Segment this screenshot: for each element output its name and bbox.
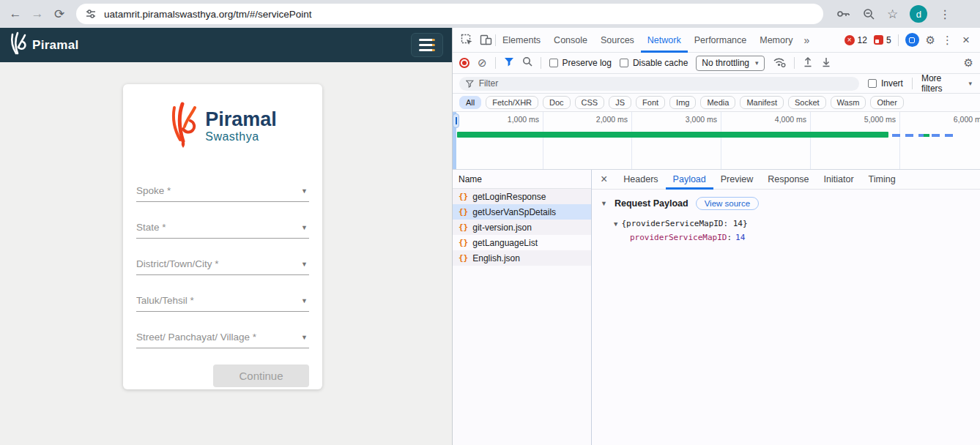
- preserve-log-checkbox[interactable]: Preserve log: [549, 58, 612, 68]
- chip-socket[interactable]: Socket: [788, 96, 826, 109]
- payload-separator: :: [727, 233, 732, 242]
- continue-button[interactable]: Continue: [213, 364, 309, 387]
- dropdown-arrow-icon: ▼: [301, 334, 308, 341]
- devtools-promo-icon[interactable]: [905, 33, 919, 47]
- tab-preview[interactable]: Preview: [713, 170, 760, 190]
- tick-1000ms: 1,000 ms: [480, 115, 539, 124]
- tab-timing[interactable]: Timing: [861, 170, 903, 190]
- tab-performance[interactable]: Performance: [688, 28, 754, 53]
- back-icon[interactable]: ←: [4, 7, 26, 21]
- tab-memory[interactable]: Memory: [753, 28, 799, 53]
- tick-6000ms: 6,000 ms: [927, 115, 980, 124]
- gridline: [899, 112, 900, 169]
- dropdown-arrow-icon: ▼: [301, 224, 308, 231]
- name-column-header[interactable]: Name: [453, 170, 591, 189]
- chip-other[interactable]: Other: [870, 96, 904, 109]
- disable-cache-checkbox[interactable]: Disable cache: [620, 58, 688, 68]
- view-source-button[interactable]: View source: [696, 197, 759, 210]
- spoke-label: Spoke *: [136, 185, 171, 196]
- chip-manifest[interactable]: Manifest: [740, 96, 784, 109]
- tab-elements[interactable]: Elements: [496, 28, 547, 53]
- settings-gear-icon[interactable]: ⚙: [926, 34, 935, 47]
- taluk-select[interactable]: Taluk/Tehsil * ▼: [136, 275, 309, 312]
- url-text: uatamrit.piramalswasthya.org/tm/#/servic…: [104, 9, 312, 20]
- profile-avatar[interactable]: d: [910, 5, 927, 23]
- payload-panel: ▼ Request Payload View source ▼ {provide…: [592, 190, 980, 244]
- network-conditions-icon[interactable]: [773, 56, 786, 70]
- screen: ← → ⟳ uatamrit.piramalswasthya.org/tm/#/…: [0, 0, 980, 445]
- chip-font[interactable]: Font: [636, 96, 665, 109]
- error-count-badge[interactable]: × 12: [844, 35, 867, 45]
- tab-network[interactable]: Network: [641, 28, 688, 53]
- forward-icon[interactable]: →: [26, 7, 48, 21]
- network-overview-timeline[interactable]: 1,000 ms 2,000 ms 3,000 ms 4,000 ms 5,00…: [453, 112, 980, 170]
- invert-checkbox[interactable]: Invert: [868, 78, 903, 89]
- request-row-english-json[interactable]: {} English.json: [453, 250, 591, 266]
- browser-menu-icon[interactable]: ⋮: [939, 7, 951, 21]
- search-network-icon[interactable]: [522, 56, 532, 70]
- chip-media[interactable]: Media: [700, 96, 735, 109]
- tab-initiator[interactable]: Initiator: [817, 170, 861, 190]
- district-select[interactable]: District/Town/City * ▼: [136, 239, 309, 275]
- reload-icon[interactable]: ⟳: [48, 7, 70, 22]
- filter-funnel-icon[interactable]: [504, 56, 514, 70]
- request-row-getlanguagelist[interactable]: {} getLanguageList: [453, 235, 591, 250]
- tab-headers[interactable]: Headers: [616, 170, 665, 190]
- chip-fetch-xhr[interactable]: Fetch/XHR: [486, 96, 538, 109]
- issues-count-badge[interactable]: 5: [874, 35, 891, 45]
- chip-img[interactable]: Img: [669, 96, 696, 109]
- menu-button[interactable]: [411, 33, 443, 57]
- import-har-icon[interactable]: [803, 56, 813, 70]
- tab-payload[interactable]: Payload: [666, 170, 713, 190]
- inspect-element-icon[interactable]: [457, 31, 476, 49]
- device-toolbar-icon[interactable]: [476, 31, 495, 49]
- request-row-getuservanspdetails[interactable]: {} getUserVanSpDetails: [453, 204, 591, 220]
- devtools-actions: × 12 5 ⚙ ⋮ ×: [844, 33, 976, 48]
- filter-input-pill[interactable]: [459, 77, 859, 91]
- spoke-select[interactable]: Spoke * ▼: [136, 165, 309, 202]
- close-detail-icon[interactable]: ×: [592, 173, 616, 186]
- divider: [541, 57, 541, 69]
- gridline: [543, 112, 543, 169]
- chip-doc[interactable]: Doc: [543, 96, 571, 109]
- clear-network-icon[interactable]: ⊘: [478, 56, 487, 70]
- collapse-triangle-icon[interactable]: ▼: [601, 200, 607, 207]
- bookmark-star-icon[interactable]: ☆: [887, 7, 898, 22]
- zoom-out-icon[interactable]: [863, 8, 875, 20]
- swasthya-flame-icon: [168, 102, 199, 152]
- tab-console[interactable]: Console: [547, 28, 594, 53]
- chip-js[interactable]: JS: [609, 96, 631, 109]
- throttling-select[interactable]: No throttling ▾: [696, 56, 764, 71]
- devtools-close-icon[interactable]: ×: [959, 33, 973, 48]
- browser-toolbar: ← → ⟳ uatamrit.piramalswasthya.org/tm/#/…: [0, 0, 980, 28]
- collapse-triangle-icon[interactable]: ▼: [614, 220, 617, 228]
- chip-css[interactable]: CSS: [575, 96, 605, 109]
- payload-tree: ▼ {providerServiceMapID: 14} providerSer…: [601, 217, 980, 244]
- chip-all[interactable]: All: [459, 96, 481, 109]
- more-tabs-icon[interactable]: »: [799, 34, 814, 46]
- network-filter-bar: Invert More filters ▾: [453, 74, 980, 94]
- logo-title: Piramal: [205, 110, 277, 130]
- street-select[interactable]: Street/ Panchayat/ Village * ▼: [136, 312, 309, 348]
- more-filters-button[interactable]: More filters ▾: [921, 73, 972, 94]
- chip-wasm[interactable]: Wasm: [831, 96, 866, 109]
- payload-key: providerServiceMapID: [630, 233, 727, 242]
- filter-input[interactable]: [479, 78, 853, 89]
- url-bar[interactable]: uatamrit.piramalswasthya.org/tm/#/servic…: [76, 4, 823, 24]
- tab-response[interactable]: Response: [760, 170, 816, 190]
- tick-3000ms: 3,000 ms: [658, 115, 717, 124]
- password-key-icon[interactable]: [836, 8, 851, 20]
- network-settings-gear-icon[interactable]: ⚙: [964, 56, 973, 70]
- request-row-getloginresponse[interactable]: {} getLoginResponse: [453, 189, 591, 204]
- state-select[interactable]: State * ▼: [136, 202, 309, 239]
- request-row-git-version[interactable]: {} git-version.json: [453, 220, 591, 235]
- export-har-icon[interactable]: [821, 56, 831, 70]
- devtools-overflow-icon[interactable]: ⋮: [942, 34, 953, 47]
- payload-summary-line[interactable]: ▼ {providerServiceMapID: 14}: [601, 217, 980, 231]
- divider: [912, 78, 913, 89]
- street-label: Street/ Panchayat/ Village *: [136, 332, 256, 343]
- tab-sources[interactable]: Sources: [594, 28, 641, 53]
- site-settings-icon[interactable]: [85, 8, 97, 20]
- record-network-icon[interactable]: [459, 58, 469, 68]
- overview-window-handle[interactable]: [453, 113, 459, 128]
